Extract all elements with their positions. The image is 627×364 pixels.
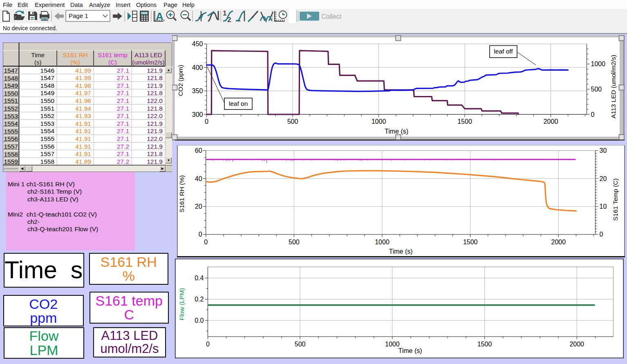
svg-text:1000: 1000 <box>385 340 400 347</box>
svg-text:1500: 1500 <box>477 340 492 347</box>
svg-text:30: 30 <box>599 147 607 154</box>
svg-text:1000: 1000 <box>375 238 390 245</box>
svg-text:2000: 2000 <box>544 118 558 125</box>
svg-text:Time (s): Time (s) <box>398 347 422 354</box>
svg-text:500: 500 <box>287 118 298 125</box>
svg-text:leaf on: leaf on <box>229 100 248 107</box>
svg-text:0: 0 <box>205 118 208 125</box>
svg-text:450: 450 <box>192 40 203 47</box>
svg-text:300: 300 <box>192 111 203 118</box>
svg-text:A113 LED (umol/m2/s): A113 LED (umol/m2/s) <box>610 55 617 118</box>
svg-text:350: 350 <box>192 87 203 94</box>
svg-text:leaf off: leaf off <box>494 48 513 55</box>
svg-text:CO2 (ppm): CO2 (ppm) <box>177 65 184 96</box>
svg-text:500: 500 <box>289 238 300 245</box>
svg-text:1500: 1500 <box>457 118 472 125</box>
svg-text:0.0: 0.0 <box>195 317 204 324</box>
svg-text:500: 500 <box>294 340 305 347</box>
svg-text:20: 20 <box>195 203 202 210</box>
svg-text:Flow (LPM): Flow (LPM) <box>178 288 185 320</box>
svg-text:2000: 2000 <box>551 238 566 245</box>
svg-text:S161 Temp (C): S161 Temp (C) <box>611 178 618 221</box>
svg-text:40: 40 <box>195 175 202 182</box>
svg-text:1000: 1000 <box>591 60 606 67</box>
svg-text:1500: 1500 <box>463 238 477 245</box>
svg-text:0: 0 <box>599 231 603 238</box>
svg-text:2000: 2000 <box>569 340 584 347</box>
svg-text:1000: 1000 <box>372 118 386 125</box>
svg-text:0: 0 <box>204 238 208 245</box>
svg-text:0.2: 0.2 <box>195 295 204 302</box>
svg-text:0: 0 <box>591 111 595 118</box>
svg-text:0.4: 0.4 <box>195 275 204 281</box>
svg-text:S161 RH (%): S161 RH (%) <box>178 175 185 212</box>
svg-text:10: 10 <box>599 203 607 210</box>
svg-text:Time (s): Time (s) <box>389 248 412 255</box>
svg-text:500: 500 <box>591 86 602 93</box>
svg-text:0: 0 <box>206 340 209 347</box>
svg-text:400: 400 <box>192 64 203 71</box>
svg-text:Time (s): Time (s) <box>385 128 408 135</box>
svg-text:20: 20 <box>599 175 607 182</box>
svg-text:60: 60 <box>195 147 202 154</box>
svg-text:0: 0 <box>198 231 202 238</box>
